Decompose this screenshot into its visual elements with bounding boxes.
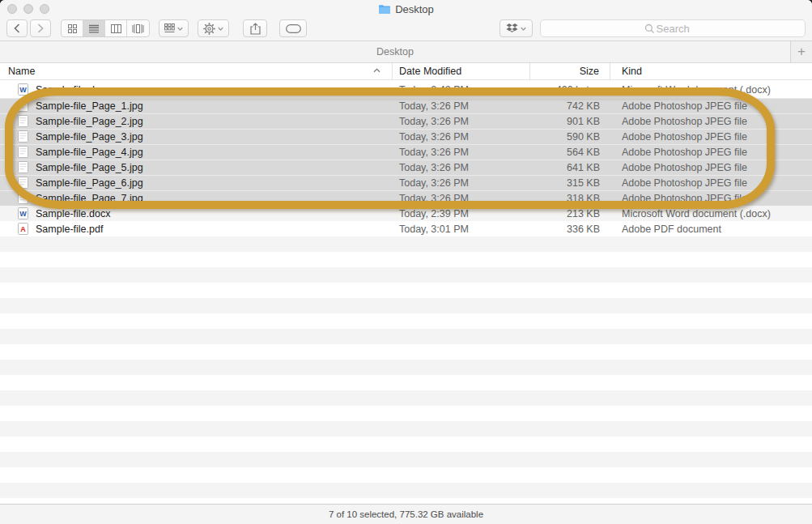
file-kind: Microsoft Word document (.docx) [610,206,812,221]
empty-row-stripe [0,437,812,452]
chevron-down-icon [218,27,223,31]
coverflow-view-button[interactable] [127,20,149,36]
file-row[interactable]: ASample-file.pdfToday, 3:01 PM336 KBAdob… [0,221,812,236]
file-kind: Adobe Photoshop JPEG file [610,190,812,206]
chevron-right-icon [37,23,44,33]
empty-row-stripe [0,467,812,483]
search-icon [644,23,655,34]
column-header-kind[interactable]: Kind [610,63,812,79]
jpeg-file-icon [18,130,28,143]
action-button[interactable] [198,19,229,37]
arrange-button[interactable] [159,19,189,37]
tab-label: Desktop [376,46,414,58]
sort-ascending-icon [373,68,380,73]
file-name: Sample-file_Page_5.jpg [36,162,143,173]
file-size: 742 KB [530,98,610,113]
file-name: Sample-file_Page_2.jpg [36,116,143,127]
icon-view-button[interactable] [62,20,83,36]
file-name-cell: WSample-file.docx [0,206,393,221]
tab-desktop[interactable]: Desktop [0,41,791,62]
jpeg-file-icon [18,161,28,173]
file-date-modified: Today, 3:26 PM [393,98,530,113]
empty-row-stripe [0,390,812,406]
empty-row-stripe [0,329,812,344]
empty-row-stripe [0,498,812,504]
coverflow-view-icon [132,24,144,33]
file-row[interactable]: WSample-file.docxToday, 2:42 PM400 bytes… [0,80,812,98]
file-kind: Adobe Photoshop JPEG file [610,175,812,190]
file-date-modified: Today, 3:26 PM [393,129,530,144]
file-date-modified: Today, 3:01 PM [393,221,530,236]
column-header-date-modified[interactable]: Date Modified [393,63,530,79]
list-view-button[interactable] [83,20,105,36]
file-kind: Adobe Photoshop JPEG file [610,144,812,160]
file-row[interactable]: Sample-file_Page_4.jpgToday, 3:26 PM564 … [0,144,812,160]
column-view-icon [111,24,121,33]
file-row[interactable]: Sample-file_Page_2.jpgToday, 3:26 PM901 … [0,113,812,129]
empty-row-stripe [0,344,812,360]
jpeg-file-icon [18,146,28,158]
file-row[interactable]: Sample-file_Page_7.jpgToday, 3:26 PM318 … [0,190,812,206]
chevron-left-icon [14,23,20,33]
file-list: WSample-file.docxToday, 2:42 PM400 bytes… [0,80,812,504]
column-header-name-label: Name [8,66,35,77]
file-name-cell: Sample-file_Page_2.jpg [0,113,393,129]
title-bar[interactable]: Desktop [0,0,812,16]
view-mode-segments [61,19,150,37]
file-date-modified: Today, 2:39 PM [393,206,530,221]
file-size: 400 bytes [530,80,610,98]
empty-row-stripe [0,298,812,313]
file-kind: Adobe Photoshop JPEG file [610,160,812,175]
empty-row-stripe [0,360,812,375]
file-kind: Adobe Photoshop JPEG file [610,98,812,113]
status-text: 7 of 10 selected, 775.32 GB available [329,509,483,519]
column-header-size[interactable]: Size [530,63,610,79]
column-header-name[interactable]: Name [0,63,393,79]
dropbox-button[interactable] [500,19,533,37]
svg-text:W: W [19,210,27,218]
file-name: Sample-file.docx [36,208,110,219]
back-button[interactable] [6,19,28,37]
tab-bar: Desktop + [0,41,812,63]
column-header-row: Name Date Modified Size Kind [0,63,812,80]
search-input[interactable] [657,23,702,35]
file-size: 641 KB [530,160,610,175]
empty-row-stripe [0,252,812,267]
file-date-modified: Today, 2:42 PM [393,80,530,98]
column-header-kind-label: Kind [622,66,642,77]
file-name-cell: Sample-file_Page_5.jpg [0,160,393,175]
arrange-grid-icon [164,23,175,33]
empty-row-stripe [0,283,812,298]
file-row[interactable]: Sample-file_Page_3.jpgToday, 3:26 PM590 … [0,129,812,144]
forward-button[interactable] [30,19,51,37]
file-name: Sample-file.pdf [36,224,103,235]
file-date-modified: Today, 3:26 PM [393,160,530,175]
file-size: 318 KB [530,190,610,206]
empty-row-stripe [0,421,812,437]
file-name-cell: WSample-file.docx [0,80,393,98]
pdf-file-icon: A [18,223,28,235]
file-row[interactable]: Sample-file_Page_5.jpgToday, 3:26 PM641 … [0,160,812,175]
file-name: Sample-file_Page_3.jpg [36,131,143,143]
tag-button[interactable] [279,19,307,37]
share-button[interactable] [243,19,267,37]
finder-window: Desktop [0,0,812,524]
column-view-button[interactable] [105,20,127,36]
file-name: Sample-file_Page_1.jpg [36,100,143,112]
file-row[interactable]: Sample-file_Page_1.jpgToday, 3:26 PM742 … [0,98,812,113]
close-icon[interactable] [7,4,17,14]
file-size: 213 KB [530,206,610,221]
file-kind: Adobe Photoshop JPEG file [610,129,812,144]
minimize-icon[interactable] [23,4,33,14]
file-name: Sample-file_Page_6.jpg [36,177,143,189]
window-title-text: Desktop [395,3,434,15]
file-row[interactable]: Sample-file_Page_6.jpgToday, 3:26 PM315 … [0,175,812,190]
search-field[interactable] [540,19,806,37]
file-row[interactable]: WSample-file.docxToday, 2:39 PM213 KBMic… [0,206,812,221]
file-kind: Adobe PDF document [610,221,812,236]
zoom-icon[interactable] [40,4,49,14]
add-tab-button[interactable]: + [791,41,812,62]
chevron-down-icon [177,27,183,31]
chevron-down-icon [521,27,526,31]
empty-row-stripe [0,375,812,390]
